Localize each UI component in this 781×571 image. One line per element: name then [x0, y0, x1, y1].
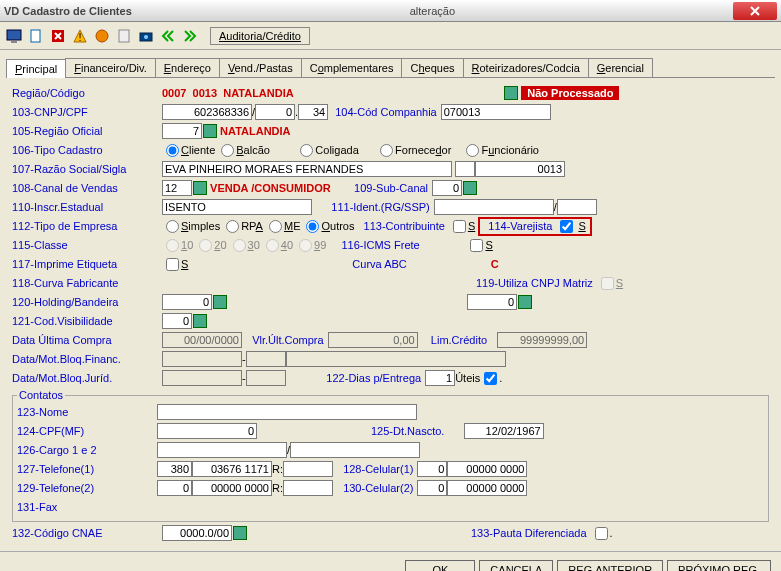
svg-rect-6	[119, 30, 129, 42]
ident-ssp-input[interactable]	[557, 199, 597, 215]
tel2-num[interactable]	[192, 480, 272, 496]
tab-bar: Principal Financeiro/Div. Endereço Vend.…	[6, 58, 775, 78]
radio-rpa[interactable]	[226, 220, 239, 233]
holding-input-1[interactable]	[162, 294, 212, 310]
dias-entrega-input[interactable]	[425, 370, 455, 386]
check-pauta-dif[interactable]	[595, 527, 608, 540]
pick-icon[interactable]	[203, 124, 217, 138]
cel2-num[interactable]	[447, 480, 527, 496]
radio-30	[233, 239, 246, 252]
ok-button[interactable]: OK	[405, 560, 475, 571]
tab-endereco[interactable]: Endereço	[155, 58, 220, 77]
button-row: OK CANCELA REG.ANTERIOR PRÓXIMO REG.	[0, 554, 781, 571]
cnae-input[interactable]	[162, 525, 232, 541]
next-icon[interactable]	[180, 26, 200, 46]
tab-complementares[interactable]: Complementares	[301, 58, 403, 77]
svg-rect-0	[7, 30, 21, 40]
cpf-input[interactable]	[157, 423, 257, 439]
sigla-prefix-input[interactable]	[455, 161, 475, 177]
inscr-estadual-input[interactable]	[162, 199, 312, 215]
tab-cheques[interactable]: Cheques	[401, 58, 463, 77]
canal-vendas-input[interactable]	[162, 180, 192, 196]
mot-financ-data	[162, 351, 242, 367]
tel2-ddd[interactable]	[157, 480, 192, 496]
pick-icon[interactable]	[504, 86, 518, 100]
tab-vend[interactable]: Vend./Pastas	[219, 58, 302, 77]
radio-outros[interactable]	[306, 220, 319, 233]
mot-jurid-data	[162, 370, 242, 386]
tab-financeiro[interactable]: Financeiro/Div.	[65, 58, 156, 77]
varejista-highlight: 114-Varejista S	[478, 217, 591, 236]
check-imprime-etiqueta[interactable]	[166, 258, 179, 271]
titlebar: VD Cadastro de Clientes alteração	[0, 0, 781, 22]
radio-funcionario[interactable]	[466, 144, 479, 157]
tel2-ramal[interactable]	[283, 480, 333, 496]
check-varejista[interactable]	[560, 220, 573, 233]
pick-icon[interactable]	[193, 181, 207, 195]
doc-icon[interactable]	[114, 26, 134, 46]
cod-visibilidade-input[interactable]	[162, 313, 192, 329]
pick-icon[interactable]	[463, 181, 477, 195]
svg-rect-1	[11, 41, 17, 43]
pick-icon[interactable]	[213, 295, 227, 309]
cod-companhia-input[interactable]	[441, 104, 551, 120]
radio-balcao[interactable]	[221, 144, 234, 157]
sub-canal-input[interactable]	[432, 180, 462, 196]
label-regiao: Região/Código	[12, 87, 162, 99]
holding-input-2[interactable]	[467, 294, 517, 310]
status-badge: Não Processado	[521, 86, 619, 100]
toolbar: ! Auditoria/Crédito	[0, 22, 781, 50]
radio-coligada[interactable]	[300, 144, 313, 157]
camera-icon[interactable]	[136, 26, 156, 46]
radio-cliente[interactable]	[166, 144, 179, 157]
tab-gerencial[interactable]: Gerencial	[588, 58, 653, 77]
warning-icon[interactable]: !	[70, 26, 90, 46]
pick-icon[interactable]	[193, 314, 207, 328]
cel1-ddd[interactable]	[417, 461, 447, 477]
regiao-oficial-input[interactable]	[162, 123, 202, 139]
radio-me[interactable]	[269, 220, 282, 233]
form-area: Região/Código 0007 0013 NATALANDIA Não P…	[0, 78, 781, 549]
cel1-num[interactable]	[447, 461, 527, 477]
next-reg-button[interactable]: PRÓXIMO REG.	[667, 560, 771, 571]
data-ult-compra-input	[162, 332, 242, 348]
tab-roteirizadores[interactable]: Roteirizadores/Codcia	[463, 58, 589, 77]
prev-reg-button[interactable]: REG.ANTERIOR	[557, 560, 663, 571]
close-button[interactable]	[733, 2, 777, 20]
tab-principal[interactable]: Principal	[6, 59, 66, 78]
new-icon[interactable]	[26, 26, 46, 46]
tel1-ramal[interactable]	[283, 461, 333, 477]
ident-rg-input[interactable]	[434, 199, 554, 215]
contatos-fieldset: Contatos 123-Nome 124-CPF(MF) 125-Dt.Nas…	[12, 389, 769, 522]
delete-icon[interactable]	[48, 26, 68, 46]
radio-simples[interactable]	[166, 220, 179, 233]
cargo1-input[interactable]	[157, 442, 287, 458]
sigla-input[interactable]	[475, 161, 565, 177]
nome-input[interactable]	[157, 404, 417, 420]
cnpj-input-3[interactable]	[298, 104, 328, 120]
cnpj-input-2[interactable]	[255, 104, 295, 120]
dt-nascto-input[interactable]	[464, 423, 544, 439]
check-contribuinte[interactable]	[453, 220, 466, 233]
cel2-ddd[interactable]	[417, 480, 447, 496]
pick-icon[interactable]	[233, 526, 247, 540]
mot-financ-cod	[246, 351, 286, 367]
check-uteis[interactable]	[484, 372, 497, 385]
screen-icon[interactable]	[4, 26, 24, 46]
lim-credito-input	[497, 332, 587, 348]
svg-point-8	[144, 35, 148, 39]
tel1-ddd[interactable]	[157, 461, 192, 477]
check-cnpj-matriz	[601, 277, 614, 290]
radio-fornecedor[interactable]	[380, 144, 393, 157]
info-icon[interactable]	[92, 26, 112, 46]
razao-social-input[interactable]	[162, 161, 452, 177]
pick-icon[interactable]	[518, 295, 532, 309]
audit-credit-button[interactable]: Auditoria/Crédito	[210, 27, 310, 45]
radio-10	[166, 239, 179, 252]
cnpj-input[interactable]	[162, 104, 252, 120]
cancel-button[interactable]: CANCELA	[479, 560, 553, 571]
prev-icon[interactable]	[158, 26, 178, 46]
check-icms-frete[interactable]	[470, 239, 483, 252]
cargo2-input[interactable]	[290, 442, 420, 458]
tel1-num[interactable]	[192, 461, 272, 477]
